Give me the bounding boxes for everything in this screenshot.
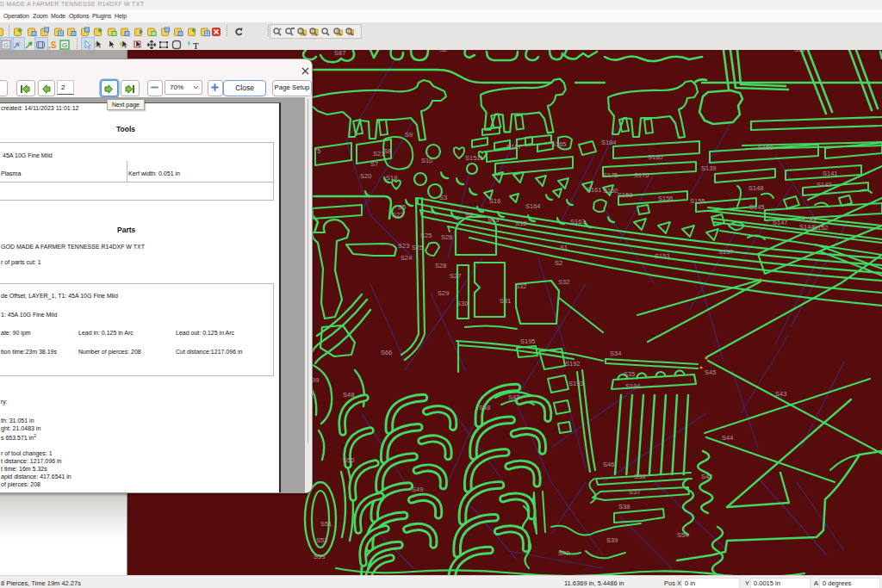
svg-text:S46: S46 bbox=[603, 461, 614, 468]
svg-text:99: 99 bbox=[312, 376, 319, 384]
svg-text:S27: S27 bbox=[450, 272, 461, 280]
svg-text:S30: S30 bbox=[457, 300, 468, 307]
svg-text:S1511: S1511 bbox=[465, 154, 483, 162]
svg-text:S148: S148 bbox=[748, 184, 764, 192]
svg-text:S48: S48 bbox=[479, 404, 490, 412]
svg-text:S66: S66 bbox=[381, 349, 392, 356]
svg-text:S20: S20 bbox=[360, 172, 371, 180]
svg-text:S194: S194 bbox=[625, 382, 641, 390]
svg-text:S48: S48 bbox=[343, 391, 354, 399]
svg-text:S16: S16 bbox=[489, 197, 500, 205]
svg-text:S24: S24 bbox=[401, 254, 412, 262]
svg-text:S42: S42 bbox=[701, 473, 712, 480]
svg-text:S25: S25 bbox=[412, 244, 423, 251]
svg-text:S87: S87 bbox=[334, 50, 345, 57]
svg-text:,S: ,S bbox=[48, 40, 57, 50]
svg-text:S22: S22 bbox=[392, 211, 403, 219]
svg-text:S49: S49 bbox=[412, 486, 423, 493]
svg-text:S145: S145 bbox=[749, 203, 765, 211]
svg-text:S43: S43 bbox=[775, 390, 786, 398]
svg-text:S142: S142 bbox=[817, 181, 832, 189]
svg-text:G: G bbox=[62, 41, 67, 49]
svg-text:S153: S153 bbox=[655, 252, 670, 260]
svg-text:S141: S141 bbox=[823, 170, 838, 177]
svg-text:S39: S39 bbox=[606, 536, 618, 544]
svg-text:S2: S2 bbox=[555, 259, 562, 267]
svg-text:S44: S44 bbox=[722, 434, 733, 442]
svg-text:S45: S45 bbox=[705, 368, 716, 376]
svg-text:S1: S1 bbox=[560, 244, 568, 251]
svg-text:S155: S155 bbox=[690, 197, 705, 205]
svg-text:S184: S184 bbox=[601, 139, 617, 146]
svg-text:S53: S53 bbox=[314, 553, 325, 560]
svg-text:S18: S18 bbox=[386, 174, 397, 182]
svg-text:S180: S180 bbox=[648, 153, 663, 161]
svg-text:S12: S12 bbox=[794, 50, 805, 53]
svg-text:S164: S164 bbox=[525, 202, 541, 210]
svg-text:S144: S144 bbox=[799, 223, 815, 231]
svg-text:S157: S157 bbox=[718, 248, 734, 256]
svg-text:S150: S150 bbox=[758, 144, 773, 152]
svg-text:S26: S26 bbox=[441, 233, 452, 241]
svg-text:S7: S7 bbox=[370, 160, 378, 168]
svg-text:S158: S158 bbox=[618, 191, 633, 199]
svg-text:S54: S54 bbox=[677, 531, 688, 539]
svg-text:S37: S37 bbox=[629, 488, 640, 496]
svg-text:S3: S3 bbox=[439, 194, 447, 201]
svg-text:S32: S32 bbox=[515, 282, 526, 290]
svg-text:S2: S2 bbox=[439, 50, 447, 53]
svg-text:S52: S52 bbox=[316, 536, 327, 544]
svg-text:S156: S156 bbox=[658, 195, 674, 202]
svg-text:S9: S9 bbox=[405, 131, 413, 139]
svg-text:S25: S25 bbox=[420, 232, 432, 239]
svg-text:T: T bbox=[193, 40, 199, 51]
svg-text:S40: S40 bbox=[558, 549, 569, 557]
svg-text:S167: S167 bbox=[506, 143, 522, 151]
svg-text:S32: S32 bbox=[558, 278, 569, 286]
svg-text:S161: S161 bbox=[587, 186, 602, 194]
svg-text:S19: S19 bbox=[488, 216, 499, 224]
svg-text:S176: S176 bbox=[634, 171, 649, 179]
svg-text:S163: S163 bbox=[570, 218, 586, 226]
svg-text:S193: S193 bbox=[568, 380, 584, 387]
svg-text:S165: S165 bbox=[551, 140, 567, 148]
svg-text:S175: S175 bbox=[603, 171, 618, 179]
svg-text:S139: S139 bbox=[701, 164, 717, 172]
svg-text:S36: S36 bbox=[634, 473, 645, 480]
svg-text:S38: S38 bbox=[618, 503, 630, 511]
svg-text:S5: S5 bbox=[398, 203, 406, 211]
svg-text:S50: S50 bbox=[343, 456, 354, 464]
svg-text:S29: S29 bbox=[438, 289, 449, 297]
svg-text:S31: S31 bbox=[500, 297, 511, 305]
svg-text:S34: S34 bbox=[610, 350, 621, 357]
svg-text:S195: S195 bbox=[520, 337, 536, 345]
svg-text:S192: S192 bbox=[565, 360, 581, 368]
svg-text:S4: S4 bbox=[465, 211, 473, 219]
svg-text:S10: S10 bbox=[421, 157, 432, 164]
svg-text:S147: S147 bbox=[773, 219, 788, 226]
svg-text:S23: S23 bbox=[398, 242, 409, 250]
svg-text:S21: S21 bbox=[373, 150, 384, 158]
svg-text:S160: S160 bbox=[603, 187, 618, 195]
svg-text:S47: S47 bbox=[508, 393, 519, 401]
svg-text:S143: S143 bbox=[801, 215, 817, 223]
svg-text:S35: S35 bbox=[624, 370, 635, 378]
svg-text:S8: S8 bbox=[383, 147, 391, 155]
svg-text:S18: S18 bbox=[515, 220, 526, 227]
svg-text:75: 75 bbox=[314, 147, 320, 155]
svg-text:S51: S51 bbox=[320, 520, 332, 528]
svg-text:S152: S152 bbox=[813, 224, 829, 232]
svg-text:S28: S28 bbox=[435, 262, 446, 269]
